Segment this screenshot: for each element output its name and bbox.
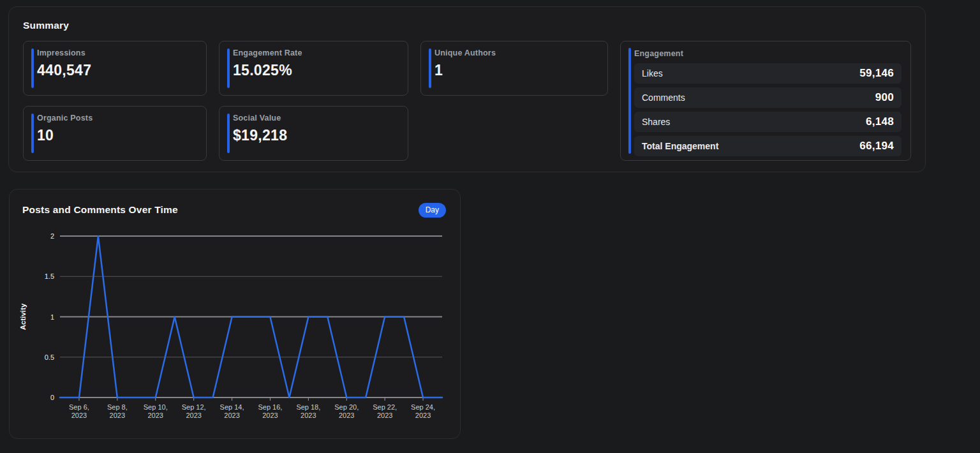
engagement-row-total: Total Engagement 66,194	[634, 136, 902, 156]
accent-bar	[628, 48, 631, 154]
chart-title: Posts and Comments Over Time	[22, 204, 178, 216]
row-value: 66,194	[859, 140, 894, 152]
engagement-card-label: Engagement	[634, 49, 902, 58]
interval-day-button[interactable]: Day	[419, 203, 446, 218]
engagement-row-comments: Comments 900	[634, 87, 902, 108]
stat-value: $19,218	[233, 127, 400, 144]
x-tick-label: Sep 12,2023	[182, 403, 206, 419]
summary-panel: Summary Impressions 440,547 Engagement R…	[8, 6, 926, 172]
accent-bar	[429, 48, 431, 88]
stat-card-impressions: Impressions 440,547	[23, 41, 207, 96]
analytics-dashboard: Summary Impressions 440,547 Engagement R…	[0, 0, 980, 453]
accent-bar	[31, 48, 34, 88]
y-tick-label: 0	[50, 394, 54, 401]
stat-card-engagement-rate: Engagement Rate 15.025%	[219, 41, 408, 96]
y-axis-label: Activity	[19, 303, 27, 330]
x-tick-label: Sep 14,2023	[220, 403, 244, 419]
stat-card-unique-authors: Unique Authors 1	[420, 41, 608, 96]
summary-title: Summary	[23, 20, 911, 31]
row-label: Likes	[642, 68, 663, 78]
stat-card-organic-posts: Organic Posts 10	[23, 106, 207, 161]
row-value: 900	[875, 91, 894, 104]
stat-label: Engagement Rate	[233, 48, 400, 57]
y-tick-label: 1	[50, 313, 54, 321]
y-tick-label: 1.5	[45, 272, 54, 280]
row-value: 59,146	[859, 67, 894, 80]
x-tick-label: Sep 8,2023	[107, 403, 128, 419]
stat-card-social-value: Social Value $19,218	[219, 106, 408, 161]
engagement-row-likes: Likes 59,146	[634, 63, 902, 84]
x-tick-label: Sep 18,2023	[296, 403, 320, 419]
line-chart-canvas: 00.511.52ActivitySep 6,2023Sep 8,2023Sep…	[10, 189, 461, 440]
stat-label: Social Value	[233, 114, 400, 123]
row-label: Total Engagement	[642, 141, 718, 151]
x-tick-label: Sep 10,2023	[144, 403, 168, 419]
accent-bar	[227, 48, 230, 88]
row-label: Shares	[642, 117, 670, 127]
engagement-row-shares: Shares 6,148	[634, 112, 902, 132]
x-tick-label: Sep 16,2023	[258, 403, 282, 419]
stat-label: Unique Authors	[434, 48, 600, 57]
row-value: 6,148	[866, 115, 894, 128]
stat-label: Impressions	[37, 48, 198, 57]
stat-value: 440,547	[37, 62, 198, 79]
chart-header: Posts and Comments Over Time Day	[22, 202, 447, 218]
posts-comments-chart-panel: 00.511.52ActivitySep 6,2023Sep 8,2023Sep…	[9, 189, 461, 439]
summary-grid: Impressions 440,547 Engagement Rate 15.0…	[23, 41, 911, 161]
engagement-rows: Likes 59,146 Comments 900 Shares 6,148 T…	[634, 63, 902, 156]
x-tick-label: Sep 6,2023	[69, 403, 89, 419]
y-tick-label: 2	[50, 232, 54, 240]
stat-value: 1	[434, 62, 600, 79]
stat-label: Organic Posts	[37, 114, 198, 123]
accent-bar	[227, 114, 230, 153]
x-tick-label: Sep 20,2023	[334, 403, 359, 419]
stat-value: 10	[37, 127, 198, 144]
stat-value: 15.025%	[233, 62, 400, 79]
accent-bar	[31, 114, 34, 153]
x-tick-label: Sep 22,2023	[373, 403, 397, 419]
engagement-card: Engagement Likes 59,146 Comments 900 Sha…	[620, 41, 911, 161]
x-tick-label: Sep 24,2023	[411, 403, 435, 419]
y-tick-label: 0.5	[45, 353, 54, 361]
row-label: Comments	[642, 93, 685, 103]
